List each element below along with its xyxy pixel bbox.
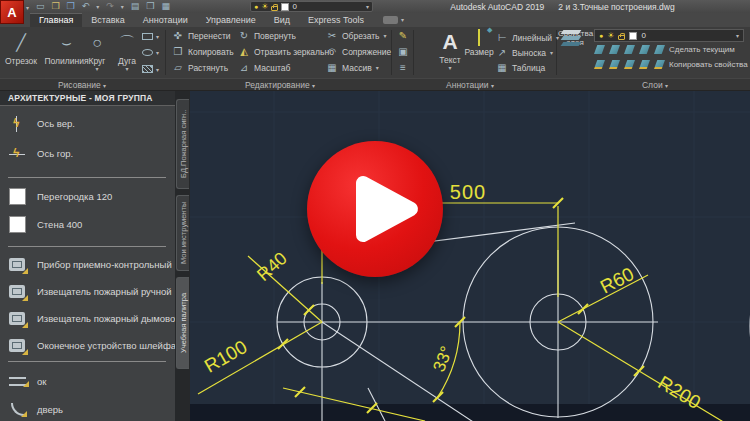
chevron-down-icon[interactable]: ▾ [550,49,553,56]
undo-dropdown-icon[interactable]: ▾ [96,3,99,10]
plot-icon[interactable]: ▤ [131,1,140,12]
scale-icon: ⊿ [238,62,250,73]
leader-button[interactable]: ↗ Выноска ▾ [496,47,553,58]
chevron-down-icon: ▾ [103,83,106,89]
layer-tool-icon[interactable] [609,45,620,54]
palette-item-window[interactable]: ок [6,369,173,394]
redo-icon[interactable]: ↷ [106,1,114,12]
make-current-button[interactable]: Сделать текущим [669,45,735,54]
palette-header[interactable]: АРХИТЕКТУРНЫЕ - МОЯ ГРУППА [0,91,175,106]
layer-dropdown[interactable]: ● ☀ 0 ▾ [594,29,744,42]
chevron-down-icon[interactable]: ▾ [156,49,159,56]
dimension-icon [478,29,480,46]
undo-icon[interactable]: ↶ [82,1,90,12]
video-play-button[interactable] [307,141,443,277]
title-bar: ▭ ❒ ❒ ↶ ▾ ↷ ▾ ▤ ❒ ▦ ● ☀ 0 ▾ Autodesk Aut… [0,0,750,13]
chevron-down-icon[interactable]: ▾ [156,33,159,40]
redo-dropdown-icon[interactable]: ▾ [121,3,124,10]
tab-home[interactable]: Главная [30,13,82,27]
layer-tool-icon[interactable] [624,60,635,69]
chevron-down-icon[interactable]: ▾ [736,32,739,39]
layer-tool-icon[interactable] [624,45,635,54]
tab-manage[interactable]: Управление [197,13,265,27]
media-tab-icon[interactable] [383,16,398,24]
list-button[interactable]: ≡ [397,62,409,73]
markup-button[interactable]: ✎ [397,30,409,41]
palette-divider [8,177,166,178]
chevron-down-icon[interactable]: ▾ [156,66,159,73]
copy-properties-button[interactable]: Копировать свойства [669,60,748,69]
tab-insert[interactable]: Вставка [82,13,133,27]
move-button[interactable]: ✜ Перенести [172,30,231,41]
palette-item-wall[interactable]: Стена 400 [6,212,173,237]
line-button[interactable]: ╱ Отрезок [2,29,40,66]
trim-button[interactable]: ✂ Обрезать ▾ [326,30,387,41]
fillet-button[interactable]: ◠ Сопряжение [326,46,391,57]
layer-tool-icon[interactable] [609,60,620,69]
layer-tool-icon[interactable] [654,60,665,69]
mirror-button[interactable]: ◭ Отразить зеркально [238,46,334,57]
palette-tab-fire-db[interactable]: БД.Пожарная сигн.. [176,99,189,189]
app-menu-chevron-icon[interactable]: ▾ [26,4,29,11]
ellipse-button[interactable]: ▾ [142,49,159,56]
layer-properties-button[interactable]: Свойства слоя [558,29,592,47]
rotate-button[interactable]: ↻ Повернуть [238,30,296,41]
copy-button[interactable]: ❐ Копировать [172,46,234,57]
table-button[interactable]: ▦ Таблица [496,62,545,73]
layer-tool-icon[interactable] [654,45,665,54]
palette-tab-training[interactable]: Учебная палитра [176,277,189,369]
play-triangle-icon [307,141,443,277]
palette-item-manual-detector[interactable]: Извещатель пожарный ручной [6,279,173,304]
door-icon [6,403,28,416]
scale-button[interactable]: ⊿ Масштаб [238,62,290,73]
tab-express-tools[interactable]: Express Tools [299,13,373,27]
tab-view[interactable]: Вид [265,13,299,27]
palette-item-control-device[interactable]: Прибор приемно-контрольный [6,252,173,277]
palette-item-smoke-detector[interactable]: Извещатель пожарный дымовой [6,306,173,331]
open-file-icon[interactable]: ❒ [67,1,75,12]
chevron-down-icon[interactable]: ▾ [401,13,404,27]
chevron-down-icon[interactable]: ▾ [376,64,379,71]
chevron-down-icon[interactable]: ▾ [432,65,468,71]
hatch-button[interactable]: ▾ [142,65,159,73]
autocad-app-button[interactable]: A [0,0,24,24]
qat-layer-dropdown[interactable]: ● ☀ 0 ▾ [250,1,373,12]
chevron-down-icon[interactable]: ▾ [384,32,387,39]
palette-item-loop-terminator[interactable]: Оконечное устройство шлейфа [6,333,173,358]
layer-tool-icon[interactable] [594,45,605,54]
layer-tool-icon[interactable] [594,60,605,69]
palette-item-axis-horizontal[interactable]: ϟ Ось гор. [6,141,173,166]
circle-button[interactable]: ○ Круг ▾ [81,29,113,72]
manual-detector-icon [6,285,28,298]
stretch-button[interactable]: ▱ Растянуть [172,62,228,73]
linear-dim-button[interactable]: ⊢ Линейный ▾ [496,32,559,43]
rectangle-button[interactable]: ▾ [142,33,159,40]
workspace-icon[interactable]: ▭ [36,1,45,12]
chevron-down-icon[interactable]: ▾ [366,3,369,10]
chevron-down-icon[interactable]: ▾ [112,66,142,72]
fillet-icon: ◠ [326,46,338,57]
layer-tool-icon[interactable] [639,60,650,69]
arc-icon: ⌒ [112,29,142,56]
chevron-down-icon[interactable]: ▾ [81,66,113,72]
array-button[interactable]: ▦ Массив ▾ [326,62,379,73]
palette-item-door[interactable]: дверь [6,397,173,421]
layer-color-swatch [629,32,637,40]
new-file-icon[interactable]: ❒ [52,1,60,12]
camera-button[interactable]: ▣ [397,46,409,57]
arc-button[interactable]: ⌒ Дуга ▾ [112,29,142,72]
tab-annotate[interactable]: Аннотации [134,13,197,27]
dimension-button[interactable]: Размер [460,29,498,57]
palette-item-axis-vertical[interactable]: ϟ Ось вер. [6,111,173,136]
palette-divider [8,246,166,247]
palette-item-partition[interactable]: Перегородка 120 [6,184,173,209]
chevron-down-icon: ▾ [665,83,668,89]
smoke-detector-icon [6,312,28,325]
palette-tab-my-tools[interactable]: Мои инструменты [176,195,189,271]
panel-label-row: Рисование ▾ Редактирование ▾ Аннотации ▾… [0,78,750,91]
render-icon[interactable]: ▦ [161,1,170,12]
hatch-icon [142,65,153,73]
layer-tool-icon[interactable] [639,45,650,54]
sheet-set-icon[interactable]: ❒ [146,1,154,12]
drawing-canvas[interactable]: 500 R40 R100 R60 R200 33° [190,91,750,421]
